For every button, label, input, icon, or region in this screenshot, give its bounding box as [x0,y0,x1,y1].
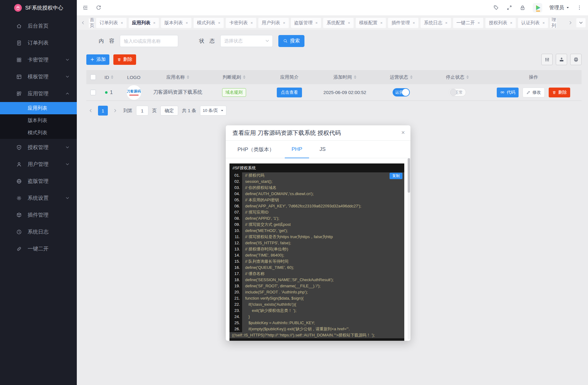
next-page-icon[interactable] [111,106,120,116]
row-checkbox[interactable] [90,90,96,95]
edit-button[interactable]: 修改 [523,88,545,97]
sidebar-item-auth[interactable]: 授权管理 [0,139,77,156]
print-icon[interactable] [570,54,582,65]
tab-15[interactable]: 代理列表 × [550,18,557,28]
tab-close-icon[interactable]: × [478,21,480,25]
more-vertical-icon[interactable] [576,5,582,11]
tab-close-icon[interactable]: × [543,21,545,25]
tab-12[interactable]: 一键二开 × [453,18,484,28]
prev-page-icon[interactable] [86,106,95,116]
sidebar-subitem-app-list[interactable]: 应用列表 [0,102,77,114]
tab-14[interactable]: 认证列表 × [518,18,548,28]
columns-icon[interactable] [541,54,553,65]
tab-close-icon[interactable]: × [186,21,188,25]
close-modal-icon[interactable]: × [401,129,405,136]
tab-6[interactable]: 用户列表 × [258,18,289,28]
table-row[interactable]: 1 刀客源码 刀客源码资源下载系统 域名规则 点击查看 2025-06-09 0… [86,84,582,101]
sort-icon[interactable] [410,74,413,80]
tab-close-icon[interactable]: × [413,21,415,25]
tab-close-icon[interactable]: × [348,21,350,25]
menu-fold-icon[interactable] [82,5,88,11]
avatar[interactable] [533,3,542,13]
lotus-logo-icon [14,4,22,12]
tab-close-icon[interactable]: × [445,21,448,25]
tabs-dropdown-icon[interactable] [576,18,586,27]
tab-7[interactable]: 盗版管理 × [291,18,321,28]
sort-icon[interactable] [466,74,469,80]
tab-close-icon[interactable]: × [250,21,253,25]
goto-page-input[interactable] [136,106,148,116]
sort-icon[interactable] [354,74,356,80]
copy-button[interactable]: 复制 [390,173,402,179]
sidebar-item-logs[interactable]: 系统日志 [0,223,77,240]
page-button-1[interactable]: 1 [98,106,108,116]
tab-close-icon[interactable]: × [153,21,156,25]
caret-down-icon [566,6,569,9]
tab-0[interactable]: 首页 × [89,18,94,28]
modal-tab-2[interactable]: JS [311,141,334,158]
operate-toggle[interactable]: 运营 [393,88,410,96]
content-filter-label: 内 容 [99,37,114,45]
app-title: SF系统授权中心 [25,4,63,11]
modal-tab-1[interactable]: PHP [283,141,311,158]
lock-icon[interactable] [519,5,526,11]
sidebar-item-apps[interactable]: 应用管理 [0,85,77,102]
sidebar-item-piracy[interactable]: 盗版管理 [0,173,77,190]
select-all-checkbox[interactable] [90,74,96,80]
view-intro-button[interactable]: 点击查看 [277,88,302,97]
tab-5[interactable]: 卡密列表 × [226,18,256,28]
tab-close-icon[interactable]: × [510,21,512,25]
delete-button[interactable]: 删除 [113,54,136,65]
sidebar-item-users[interactable]: 用户管理 [0,156,77,173]
tag-icon[interactable] [493,5,499,11]
tab-8[interactable]: 系统配置 × [323,18,354,28]
tab-9[interactable]: 模板配置 × [356,18,386,28]
per-page-select[interactable]: 10 条/页 [200,106,226,116]
sort-icon[interactable] [243,74,245,80]
sidebar-item-settings[interactable]: 系统设置 [0,190,77,206]
code-line: 03.// 你的授权站域名 [229,185,404,191]
scroll-tabs-left-icon[interactable] [79,19,87,27]
sidebar-item-templates[interactable]: 模板管理 [0,68,77,85]
tab-close-icon[interactable]: × [316,21,318,25]
sidebar-item-home[interactable]: 后台首页 [0,18,77,34]
cube-icon [16,212,22,218]
confirm-page-button[interactable]: 确定 [160,106,178,116]
sidebar-item-orders[interactable]: 订单列表 [0,34,77,51]
refresh-icon[interactable] [96,5,102,11]
row-delete-button[interactable]: 删除 [549,88,570,97]
export-icon[interactable] [556,54,567,65]
sidebar-subitem-mode-list[interactable]: 模式列表 [0,127,77,139]
sort-icon[interactable] [111,74,113,80]
modal-tab-0[interactable]: PHP（类版本） [229,141,283,158]
tab-10[interactable]: 插件管理 × [388,18,418,28]
sidebar-item-plugins[interactable]: 插件管理 [0,206,77,223]
tab-4[interactable]: 模式列表 × [194,18,224,28]
tab-1[interactable]: 订单列表 × [96,18,127,28]
tab-close-icon[interactable]: × [283,21,285,25]
tab-close-icon[interactable]: × [121,21,123,25]
tab-3[interactable]: 版本列表 × [161,18,191,28]
add-button[interactable]: 添加 [86,54,109,65]
code-lines: 01.// 授权代码02.session_start();03.// 你的授权站… [229,172,404,338]
content-search-input[interactable] [120,35,178,47]
search-button[interactable]: 搜索 [278,35,304,47]
modal-scrollbar[interactable] [408,158,410,340]
tab-11[interactable]: 系统日志 × [421,18,451,28]
scrollbar-thumb[interactable] [408,158,410,193]
status-select[interactable]: 选择状态 [220,35,273,47]
tab-2[interactable]: 应用列表 × [129,18,159,28]
user-menu[interactable]: 管理员 [549,5,569,11]
code-button[interactable]: 代码 [497,88,519,97]
sort-icon[interactable] [187,74,189,80]
tab-close-icon[interactable]: × [218,21,221,25]
shield-icon [16,144,22,151]
tab-close-icon[interactable]: × [380,21,383,25]
scroll-tabs-right-icon[interactable] [567,19,574,27]
sidebar-item-cards[interactable]: 卡密管理 [0,51,77,68]
stop-toggle[interactable]: 正常 [449,88,466,96]
sidebar-subitem-version-list[interactable]: 版本列表 [0,114,77,127]
tab-13[interactable]: 授权列表 × [485,18,516,28]
fullscreen-icon[interactable] [506,5,512,11]
sidebar-item-onekey[interactable]: 一键二开 [0,240,77,257]
